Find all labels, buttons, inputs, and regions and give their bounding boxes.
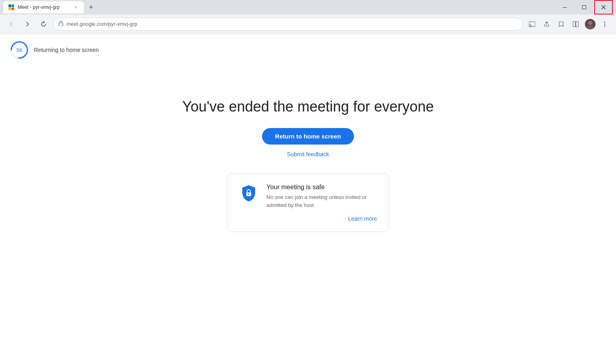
shield-icon-wrap bbox=[239, 184, 258, 205]
svg-rect-9 bbox=[59, 23, 63, 26]
svg-rect-13 bbox=[576, 21, 579, 27]
forward-button[interactable] bbox=[21, 18, 34, 31]
svg-rect-3 bbox=[8, 8, 11, 10]
svg-rect-5 bbox=[563, 7, 567, 8]
nav-bar: meet.google.com/pyr-vmvj-grp bbox=[0, 14, 616, 34]
reload-button[interactable] bbox=[37, 18, 50, 31]
tab-title: Meet - pyr-vmvj-grp bbox=[18, 4, 69, 10]
chrome-window: Meet - pyr-vmvj-grp × + bbox=[0, 0, 616, 364]
safety-card-content: Your meeting is safe No one can join a m… bbox=[239, 184, 377, 209]
maximize-button[interactable] bbox=[575, 0, 593, 14]
lock-icon bbox=[58, 21, 63, 27]
submit-feedback-link[interactable]: Submit feedback bbox=[287, 151, 329, 157]
browser-tab[interactable]: Meet - pyr-vmvj-grp × bbox=[3, 1, 84, 13]
profile-avatar[interactable] bbox=[584, 18, 597, 31]
avatar bbox=[585, 19, 595, 29]
safety-text-wrap: Your meeting is safe No one can join a m… bbox=[266, 184, 377, 209]
countdown-number: 56 bbox=[17, 47, 22, 53]
svg-rect-4 bbox=[12, 8, 14, 10]
close-window-button[interactable] bbox=[594, 0, 613, 14]
safety-card: Your meeting is safe No one can join a m… bbox=[227, 174, 389, 232]
main-content: You've ended the meeting for everyone Re… bbox=[0, 66, 616, 364]
title-bar: Meet - pyr-vmvj-grp × + bbox=[0, 0, 616, 14]
svg-point-23 bbox=[248, 194, 250, 195]
status-bar: 56 Returning to home screen bbox=[0, 34, 616, 66]
safety-description: No one can join a meeting unless invited… bbox=[266, 193, 377, 209]
meet-favicon-icon bbox=[8, 4, 15, 10]
countdown-circle: 56 bbox=[10, 40, 29, 60]
share-button[interactable] bbox=[540, 18, 553, 31]
new-tab-button[interactable]: + bbox=[85, 2, 97, 13]
svg-rect-1 bbox=[8, 4, 11, 7]
address-path: /pyr-vmvj-grp bbox=[107, 21, 137, 27]
status-text: Returning to home screen bbox=[34, 47, 99, 53]
learn-more-link[interactable]: Learn more bbox=[348, 215, 377, 222]
tab-close-button[interactable]: × bbox=[73, 4, 79, 10]
svg-point-18 bbox=[604, 23, 606, 25]
split-button[interactable] bbox=[569, 18, 582, 31]
minimize-button[interactable] bbox=[556, 0, 574, 14]
address-bar[interactable]: meet.google.com/pyr-vmvj-grp bbox=[53, 18, 522, 31]
back-button[interactable] bbox=[5, 18, 18, 31]
svg-point-19 bbox=[604, 25, 606, 27]
cast-button[interactable] bbox=[526, 18, 539, 31]
title-bar-left: Meet - pyr-vmvj-grp × + bbox=[3, 1, 97, 13]
safety-title: Your meeting is safe bbox=[266, 184, 377, 191]
page-content: 56 Returning to home screen You've ended… bbox=[0, 34, 616, 364]
svg-rect-6 bbox=[583, 6, 586, 9]
window-controls bbox=[556, 0, 613, 14]
bookmark-button[interactable] bbox=[555, 18, 568, 31]
meeting-ended-title: You've ended the meeting for everyone bbox=[182, 98, 434, 115]
more-menu-button[interactable] bbox=[598, 18, 611, 31]
address-text: meet.google.com/pyr-vmvj-grp bbox=[67, 21, 517, 27]
svg-rect-2 bbox=[12, 4, 14, 7]
svg-point-15 bbox=[588, 21, 592, 25]
svg-rect-12 bbox=[573, 21, 576, 27]
return-home-button[interactable]: Return to home screen bbox=[262, 128, 354, 145]
nav-actions bbox=[526, 18, 611, 31]
address-domain: meet.google.com bbox=[67, 21, 107, 27]
shield-lock-icon bbox=[239, 184, 258, 203]
svg-point-17 bbox=[604, 21, 606, 23]
